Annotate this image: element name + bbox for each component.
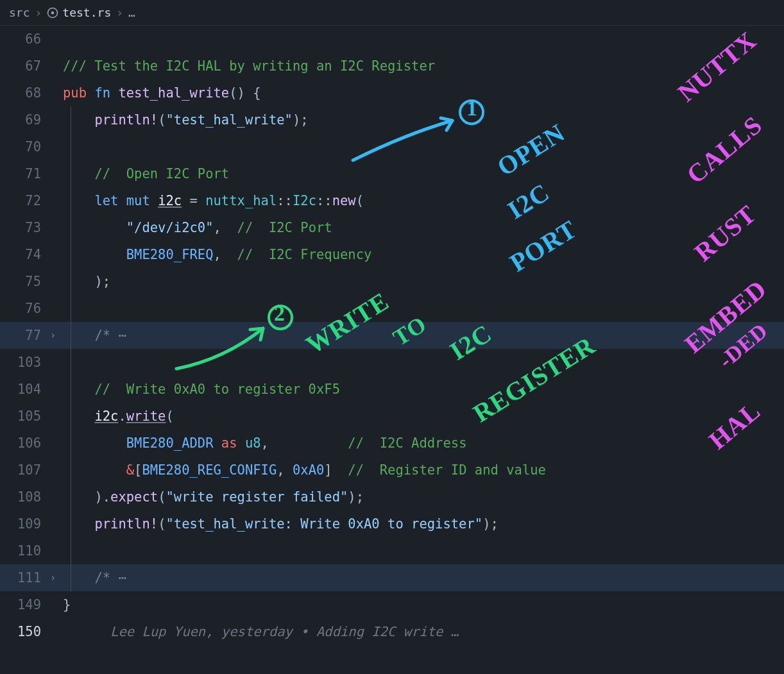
- code-line: 150 Lee Lup Yuen, yesterday • Adding I2C…: [0, 618, 784, 645]
- breadcrumb[interactable]: src › test.rs › …: [0, 0, 784, 26]
- line-number: 110: [0, 543, 50, 559]
- line-number: 150: [0, 624, 50, 639]
- code-line-folded: 77› /* ⋯: [0, 322, 784, 349]
- line-number: 70: [0, 139, 50, 155]
- code-line: 71 // Open I2C Port: [0, 160, 784, 187]
- line-number: 75: [0, 274, 50, 289]
- code-line: 110: [0, 537, 784, 564]
- line-number: 109: [0, 516, 50, 532]
- line-number: 71: [0, 166, 50, 181]
- chevron-right-icon: ›: [116, 6, 123, 19]
- line-number: 74: [0, 247, 50, 262]
- code-line: 73 "/dev/i2c0", // I2C Port: [0, 214, 784, 241]
- code-line: 74 BME280_FREQ, // I2C Frequency: [0, 241, 784, 268]
- line-number: 77: [0, 328, 50, 343]
- code-line-folded: 111› /* ⋯: [0, 564, 784, 591]
- breadcrumb-file[interactable]: test.rs: [62, 6, 111, 19]
- line-number: 104: [0, 382, 50, 397]
- rust-icon: [47, 7, 58, 19]
- code-line: 72 let mut i2c = nuttx_hal::I2c::new(: [0, 187, 784, 214]
- code-line: 76: [0, 295, 784, 322]
- code-line: 66: [0, 26, 784, 53]
- line-number: 149: [0, 597, 50, 612]
- line-number: 111: [0, 570, 50, 586]
- chevron-right-icon: ›: [35, 6, 42, 19]
- code-line: 104 // Write 0xA0 to register 0xF5: [0, 376, 784, 403]
- line-number: 108: [0, 489, 50, 505]
- line-number: 76: [0, 301, 50, 316]
- code-line: 68pub fn test_hal_write() {: [0, 80, 784, 106]
- code-line: 106 BME280_ADDR as u8, // I2C Address: [0, 430, 784, 457]
- line-number: 72: [0, 193, 50, 208]
- code-line: 75 );: [0, 268, 784, 295]
- editor[interactable]: 66 67/// Test the I2C HAL by writing an …: [0, 26, 784, 645]
- code-line: 69 println!("test_hal_write");: [0, 106, 784, 133]
- line-number: 103: [0, 355, 50, 370]
- code-line: 107 &[BME280_REG_CONFIG, 0xA0] // Regist…: [0, 457, 784, 484]
- line-number: 69: [0, 112, 50, 128]
- code-line: 149}: [0, 591, 784, 618]
- breadcrumb-folder[interactable]: src: [9, 6, 30, 19]
- line-number: 67: [0, 58, 50, 74]
- code-line: 109 println!("test_hal_write: Write 0xA0…: [0, 510, 784, 537]
- line-number: 106: [0, 435, 50, 451]
- line-number: 73: [0, 220, 50, 235]
- code-line: 67/// Test the I2C HAL by writing an I2C…: [0, 53, 784, 80]
- line-number: 107: [0, 462, 50, 478]
- code-line: 108 ).expect("write register failed");: [0, 484, 784, 510]
- line-number: 66: [0, 31, 50, 47]
- line-number: 68: [0, 85, 50, 101]
- svg-point-1: [51, 11, 55, 14]
- line-number: 105: [0, 409, 50, 424]
- code-line: 105 i2c.write(: [0, 403, 784, 430]
- code-line: 103: [0, 349, 784, 376]
- code-line: 70: [0, 133, 784, 160]
- fold-chevron-icon[interactable]: ›: [50, 572, 63, 584]
- git-blame-lens: Lee Lup Yuen, yesterday • Adding I2C wri…: [110, 624, 459, 639]
- fold-chevron-icon[interactable]: ›: [50, 330, 63, 341]
- breadcrumb-symbol[interactable]: …: [128, 6, 136, 19]
